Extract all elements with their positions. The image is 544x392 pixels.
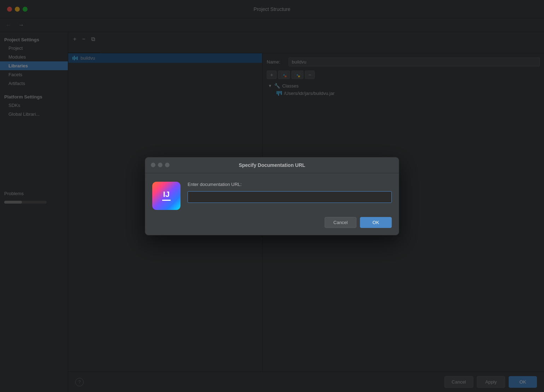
modal-ok-button[interactable]: OK <box>360 217 392 228</box>
modal-content: Enter documentation URL: <box>188 182 392 210</box>
modal-title-bar: Specify Documentation URL <box>145 157 399 173</box>
modal-icon-area: IJ <box>152 182 181 210</box>
modal-window-controls[interactable] <box>151 163 170 167</box>
ij-text: IJ <box>163 191 170 198</box>
modal-footer: Cancel OK <box>145 217 399 235</box>
modal-overlay: Specify Documentation URL IJ Enter docum… <box>0 0 544 392</box>
intellij-logo: IJ <box>152 182 181 210</box>
modal-body: IJ Enter documentation URL: <box>145 173 399 217</box>
modal-dialog: Specify Documentation URL IJ Enter docum… <box>145 157 399 235</box>
modal-maximize-button[interactable] <box>165 163 170 167</box>
documentation-url-input[interactable] <box>188 191 392 203</box>
ij-underline <box>162 200 171 201</box>
modal-label: Enter documentation URL: <box>188 182 392 187</box>
modal-minimize-button[interactable] <box>158 163 162 167</box>
modal-cancel-button[interactable]: Cancel <box>325 217 356 228</box>
modal-close-button[interactable] <box>151 163 155 167</box>
modal-title: Specify Documentation URL <box>239 162 305 168</box>
